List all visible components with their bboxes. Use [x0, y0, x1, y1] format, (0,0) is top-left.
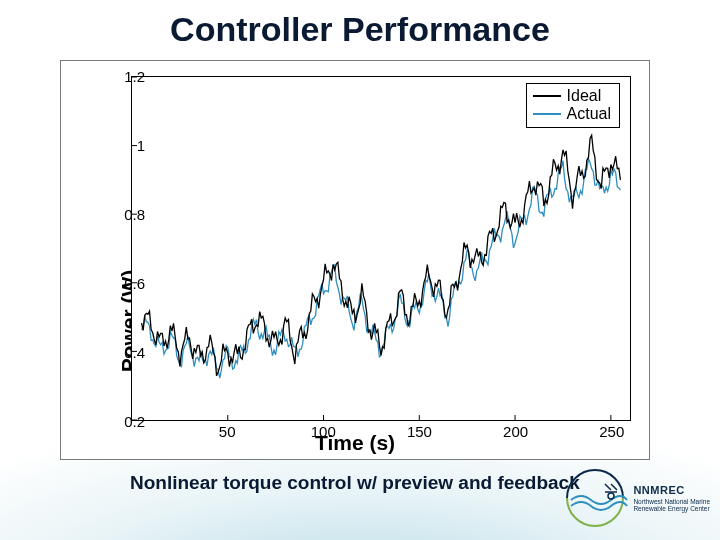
logo-line1: Northwest National Marine [633, 498, 710, 505]
chart-subtitle: Nonlinear torque control w/ preview and … [130, 472, 580, 494]
y-tick-label: 0.4 [105, 344, 145, 361]
logo-badge-icon [561, 464, 629, 532]
chart-frame: Power (W) Time (s) Ideal Actual 0.20.40.… [60, 60, 650, 460]
legend-swatch-ideal [533, 95, 561, 97]
logo-text: NNMREC Northwest National Marine Renewab… [633, 484, 710, 512]
legend-entry-ideal: Ideal [533, 87, 611, 105]
x-tick-label: 200 [503, 423, 528, 440]
legend-swatch-actual [533, 113, 561, 115]
x-tick-label: 150 [407, 423, 432, 440]
plot-area: Ideal Actual [131, 76, 631, 421]
logo-acronym: NNMREC [633, 484, 710, 496]
logo-line2: Renewable Energy Center [633, 505, 710, 512]
legend: Ideal Actual [526, 83, 620, 128]
y-tick-label: 1.2 [105, 68, 145, 85]
x-tick-label: 100 [311, 423, 336, 440]
y-tick-label: 0.2 [105, 413, 145, 430]
legend-entry-actual: Actual [533, 105, 611, 123]
y-tick-label: 0.6 [105, 275, 145, 292]
y-tick-label: 0.8 [105, 206, 145, 223]
x-tick-label: 250 [599, 423, 624, 440]
nnmrec-logo: NNMREC Northwest National Marine Renewab… [561, 464, 710, 532]
x-tick-label: 50 [219, 423, 236, 440]
slide-title: Controller Performance [0, 0, 720, 53]
svg-point-11 [608, 493, 614, 499]
legend-label-actual: Actual [567, 105, 611, 123]
legend-label-ideal: Ideal [567, 87, 602, 105]
y-tick-label: 1 [105, 137, 145, 154]
